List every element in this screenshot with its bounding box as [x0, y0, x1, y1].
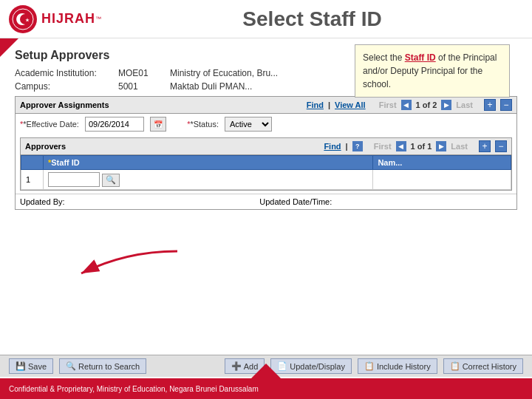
campus-value: 5001 [118, 81, 163, 92]
prev-page-btn[interactable]: ◀ [401, 100, 412, 110]
remove-approver-btn[interactable]: − [495, 140, 507, 152]
row-number: 1 [21, 170, 44, 190]
prev-page2-btn[interactable]: ◀ [396, 141, 406, 151]
staff-id-input[interactable] [48, 172, 100, 187]
return-search-button[interactable]: 🔍 Return to Search [59, 358, 146, 374]
svg-point-0 [13, 9, 33, 30]
view-all-link[interactable]: View All [335, 100, 366, 109]
add-approver-btn[interactable]: + [479, 140, 491, 152]
updated-row: Updated By: Updated Date/Time: [16, 194, 516, 209]
remove-row-btn[interactable]: − [500, 99, 512, 111]
find-icon: ? [352, 141, 363, 151]
header: HIJRAH ™ Select Staff ID [0, 0, 532, 38]
page-title-area: Select Staff ID [101, 7, 523, 31]
name-cell [373, 170, 511, 190]
campus-label: Campus: [15, 81, 118, 92]
nav-sep1: | [328, 100, 330, 109]
approver-assignments-header: Approver Assignments Find | View All Fir… [16, 97, 516, 114]
save-button[interactable]: 💾 Save [9, 358, 53, 374]
correct-history-icon: 📋 [450, 361, 460, 371]
footer: Confidential & Proprietary, Ministry of … [0, 378, 532, 399]
col-name: Nam... [373, 156, 511, 170]
first-label: First [379, 100, 397, 109]
footer-text: Confidential & Proprietary, Ministry of … [9, 385, 259, 393]
add-icon: ➕ [231, 361, 242, 371]
logo-tm: ™ [95, 16, 101, 22]
page-count: 1 of 2 [416, 100, 437, 109]
status-select[interactable]: Active Inactive [225, 117, 272, 132]
effective-date-row: **Effective Date: 📅 **Status: Active Ina… [16, 114, 516, 134]
calendar-btn[interactable]: 📅 [150, 117, 166, 132]
section-title: Approver Assignments [20, 100, 109, 109]
approvers-nav: Find | ? First ◀ 1 of 1 ▶ Last + − [324, 140, 507, 152]
logo-text: HIJRAH [41, 11, 95, 27]
col-num [21, 156, 44, 170]
last-label2: Last [451, 142, 468, 151]
find-link[interactable]: Find [307, 100, 324, 109]
nav-sep2: | [346, 142, 348, 151]
add-row-btn[interactable]: + [484, 99, 496, 111]
next-page-btn[interactable]: ▶ [441, 100, 451, 110]
bottom-triangle-decoration [251, 364, 281, 378]
approver-assignments-section: Approver Assignments Find | View All Fir… [15, 96, 517, 210]
save-icon: 💾 [16, 361, 26, 371]
page-title: Select Staff ID [242, 7, 381, 30]
academic-desc: Ministry of Ecucation, Bru... [170, 68, 278, 78]
tooltip-highlight: Staff ID [405, 52, 436, 63]
return-icon: 🔍 [66, 361, 76, 371]
effective-date-input[interactable] [85, 117, 144, 132]
tooltip-text1: Select the [363, 52, 405, 63]
staff-id-search-btn[interactable]: 🔍 [102, 174, 120, 187]
page-count2: 1 of 1 [411, 142, 432, 151]
arrow-decoration [66, 244, 185, 290]
last-label: Last [456, 100, 473, 109]
update-display-button[interactable]: 📄 Update/Display [270, 358, 352, 374]
logo-area: HIJRAH ™ [9, 5, 101, 33]
find-link2[interactable]: Find [324, 142, 341, 151]
table-row: 1 🔍 [21, 170, 511, 190]
staff-id-cell: 🔍 [44, 170, 373, 190]
updated-datetime-label: Updated Date/Time: [259, 197, 332, 206]
campus-desc: Maktab Duli PMAN... [170, 81, 252, 92]
first-label2: First [374, 142, 392, 151]
logo-icon [9, 5, 37, 33]
include-history-icon: 📋 [364, 361, 375, 371]
tooltip-box: Select the Staff ID of the Principal and… [355, 44, 510, 98]
next-page2-btn[interactable]: ▶ [436, 141, 446, 151]
academic-label: Academic Institution: [15, 68, 118, 78]
approvers-table: *Staff ID Nam... 1 🔍 [21, 155, 511, 190]
top-decoration [0, 38, 18, 57]
approvers-subsection: Approvers Find | ? First ◀ 1 of 1 ▶ Last… [20, 137, 512, 191]
section-nav: Find | View All First ◀ 1 of 2 ▶ Last + … [307, 99, 512, 111]
effective-date-label: **Effective Date: [20, 120, 79, 129]
approvers-header: Approvers Find | ? First ◀ 1 of 1 ▶ Last… [21, 138, 511, 155]
status-label: **Status: [187, 120, 219, 129]
approvers-title: Approvers [25, 142, 66, 151]
col-staff-id: *Staff ID [44, 156, 373, 170]
correct-history-button[interactable]: 📋 Correct History [443, 358, 523, 374]
updated-by-label: Updated By: [20, 197, 65, 206]
include-history-button[interactable]: 📋 Include History [358, 358, 437, 374]
academic-value: MOE01 [118, 68, 163, 78]
